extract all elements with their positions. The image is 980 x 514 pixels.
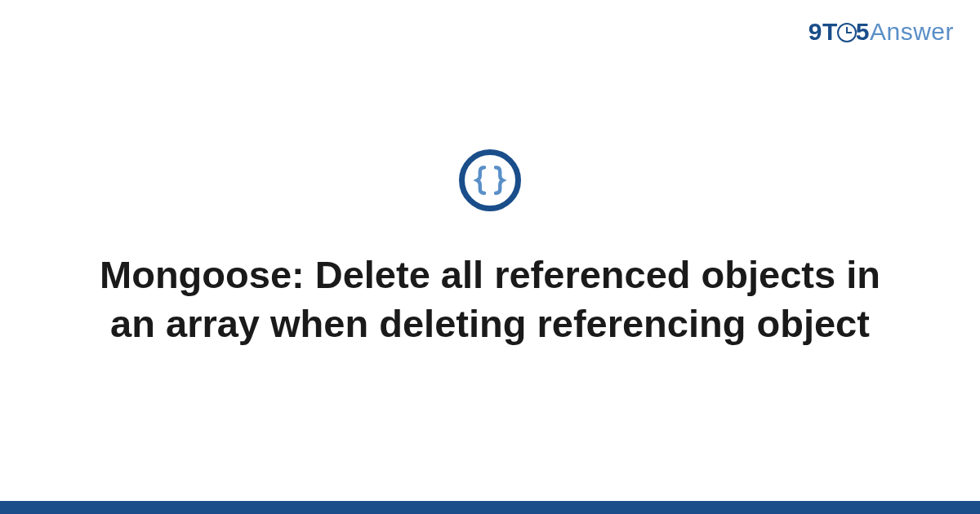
code-braces-icon — [459, 149, 521, 211]
bottom-accent-bar — [0, 501, 980, 514]
question-title: Mongoose: Delete all referenced objects … — [90, 250, 890, 348]
braces-svg — [473, 163, 507, 197]
topic-icon-wrapper — [459, 149, 521, 211]
main-content: Mongoose: Delete all referenced objects … — [0, 0, 980, 514]
